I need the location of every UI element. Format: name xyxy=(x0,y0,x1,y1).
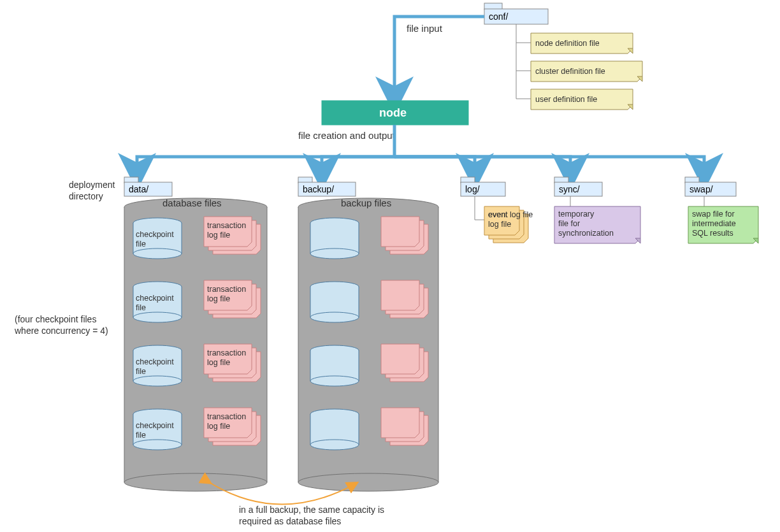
folder-conf-label: conf/ xyxy=(489,11,508,22)
svg-text:intermediate: intermediate xyxy=(692,219,736,228)
svg-point-53 xyxy=(133,248,182,259)
svg-text:swap/: swap/ xyxy=(690,184,713,194)
svg-text:transaction: transaction xyxy=(207,412,246,421)
svg-text:event: event xyxy=(488,210,508,219)
label-concurrency1: (four checkpoint files xyxy=(15,314,96,324)
svg-text:file for: file for xyxy=(558,219,580,228)
svg-text:checkpoint: checkpoint xyxy=(136,357,174,366)
svg-text:log file: log file xyxy=(207,358,230,367)
label-deploy1: deployment xyxy=(69,180,115,190)
note-user-def: user definition file xyxy=(531,89,633,110)
svg-text:log file: log file xyxy=(207,294,230,303)
svg-text:file: file xyxy=(136,367,146,376)
label-backup-note1: in a full backup, the same capacity is xyxy=(239,505,384,515)
svg-point-41 xyxy=(124,473,267,491)
svg-text:transaction: transaction xyxy=(207,221,246,230)
svg-point-71 xyxy=(133,376,182,386)
label-file-creation: file creation and output xyxy=(298,130,396,141)
label-database-files: database files xyxy=(162,198,222,208)
svg-text:user definition file: user definition file xyxy=(535,95,597,104)
svg-text:checkpoint: checkpoint xyxy=(136,421,174,430)
svg-point-99 xyxy=(310,376,359,386)
folder-swap: swap/ xyxy=(685,177,736,196)
svg-text:file: file xyxy=(136,431,146,440)
svg-text:log file: log file xyxy=(207,422,230,431)
svg-text:log file: log file xyxy=(488,220,511,229)
svg-point-46 xyxy=(298,473,438,491)
svg-text:sync/: sync/ xyxy=(559,184,580,194)
label-file-input: file input xyxy=(407,23,443,34)
svg-point-94 xyxy=(310,312,359,322)
svg-text:cluster definition file: cluster definition file xyxy=(535,67,605,76)
svg-text:log/: log/ xyxy=(465,184,480,194)
svg-text:SQL results: SQL results xyxy=(692,229,733,238)
svg-text:transaction: transaction xyxy=(207,285,246,294)
svg-point-89 xyxy=(310,248,359,259)
svg-text:checkpoint: checkpoint xyxy=(136,294,174,303)
label-deploy2: directory xyxy=(69,191,103,201)
svg-point-80 xyxy=(133,440,182,450)
svg-text:transaction: transaction xyxy=(207,349,246,357)
note-cluster-def: cluster definition file xyxy=(531,61,642,82)
svg-text:log file: log file xyxy=(207,231,230,240)
svg-text:backup/: backup/ xyxy=(303,184,334,194)
label-concurrency2: where concurrency = 4) xyxy=(14,326,108,336)
folder-sync: sync/ xyxy=(554,177,602,196)
folder-log: log/ xyxy=(461,177,505,196)
svg-point-62 xyxy=(133,312,182,322)
svg-text:file: file xyxy=(136,303,146,312)
svg-text:synchronization: synchronization xyxy=(558,229,614,238)
svg-text:node definition file: node definition file xyxy=(535,39,600,48)
folder-conf: conf/ xyxy=(484,3,548,24)
architecture-diagram: conf/ node definition file cluster defin… xyxy=(0,0,780,532)
label-backup-note2: required as database files xyxy=(239,516,341,526)
node-label: node xyxy=(379,106,407,119)
svg-point-104 xyxy=(310,440,359,450)
folder-backup: backup/ xyxy=(298,177,356,196)
svg-text:data/: data/ xyxy=(129,184,148,194)
label-backup-files: backup files xyxy=(341,198,391,208)
svg-text:file: file xyxy=(136,240,146,248)
svg-text:swap file for: swap file for xyxy=(692,210,735,219)
note-node-def: node definition file xyxy=(531,33,633,54)
folder-data: data/ xyxy=(124,177,172,196)
svg-text:temporary: temporary xyxy=(558,210,595,219)
svg-text:checkpoint: checkpoint xyxy=(136,230,174,239)
